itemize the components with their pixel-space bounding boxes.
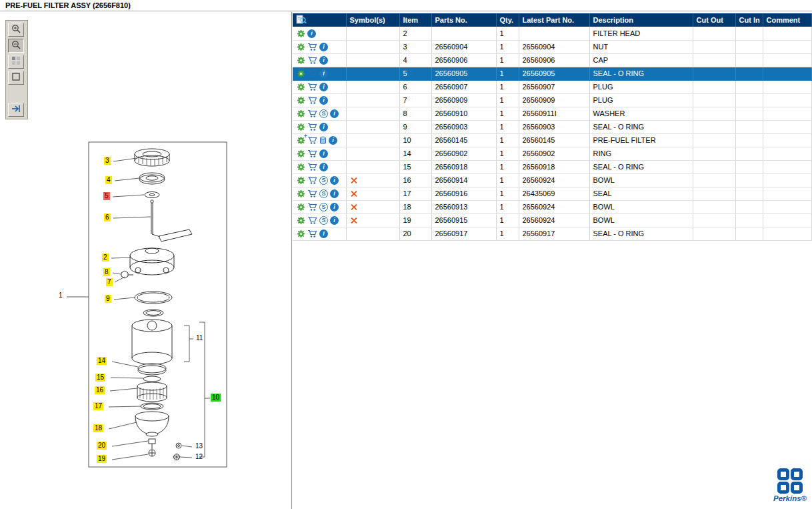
zoom-area-button[interactable] — [8, 55, 24, 69]
column-header-preview[interactable] — [293, 13, 346, 27]
part-row-item-5[interactable]: i526560905126560905SEAL - O RING — [293, 67, 811, 80]
info-icon[interactable]: i — [319, 123, 328, 131]
diagram-callout-15[interactable]: 15 — [95, 374, 105, 382]
info-icon[interactable]: i — [319, 96, 328, 105]
diagram-callout-6[interactable]: 6 — [104, 213, 111, 221]
column-header-item[interactable]: Item — [399, 13, 431, 27]
substitution-icon[interactable]: S — [319, 109, 328, 118]
diagram-callout-3[interactable]: 3 — [104, 157, 111, 165]
substitution-icon[interactable]: S — [319, 216, 328, 225]
cart-icon[interactable] — [307, 96, 317, 105]
diagram-callout-13[interactable]: 13 — [194, 442, 204, 450]
cart-icon[interactable] — [307, 163, 317, 171]
column-header-comment[interactable]: Comment — [763, 13, 811, 27]
cart-icon[interactable] — [307, 69, 317, 78]
cart-icon[interactable] — [307, 56, 317, 65]
diagram-callout-7[interactable]: 7 — [106, 278, 113, 286]
cart-icon[interactable] — [307, 43, 317, 51]
substitution-icon[interactable]: S — [319, 176, 328, 185]
info-icon[interactable]: i — [319, 149, 328, 158]
cart-icon[interactable] — [307, 176, 317, 185]
diagram-callout-16[interactable]: 16 — [95, 386, 105, 394]
column-header-parts-no[interactable]: Parts No. — [431, 13, 496, 27]
substitution-icon[interactable]: S — [319, 203, 328, 211]
part-row-item-14[interactable]: i1426560902126560902RING — [293, 147, 811, 160]
info-icon[interactable]: i — [330, 203, 339, 211]
diagram-callout-8[interactable]: 8 — [103, 268, 110, 276]
diagram-callout-9[interactable]: 9 — [105, 295, 111, 303]
column-header-description[interactable]: Description — [589, 13, 693, 27]
cart-icon[interactable] — [307, 189, 317, 198]
info-icon[interactable]: i — [330, 109, 339, 118]
part-row-item-3[interactable]: i326560904126560904NUT — [293, 40, 811, 53]
info-icon[interactable]: i — [330, 189, 339, 198]
gear-icon[interactable] — [297, 176, 305, 185]
gear-icon[interactable] — [297, 69, 305, 78]
cart-icon[interactable] — [307, 123, 317, 131]
part-row-item-7[interactable]: i726560909126560909PLUG — [293, 93, 811, 107]
column-header-qty[interactable]: Qty. — [496, 13, 519, 27]
cart-icon[interactable] — [307, 109, 317, 118]
part-row-item-4[interactable]: i426560906126560906CAP — [293, 53, 811, 67]
cart-icon[interactable] — [307, 203, 317, 211]
part-row-item-15[interactable]: i1526560918126560918SEAL - O RING — [293, 160, 811, 173]
gear-icon[interactable] — [297, 203, 305, 211]
gear-icon[interactable] — [297, 216, 305, 225]
part-row-item-6[interactable]: i626560907126560907PLUG — [293, 80, 811, 93]
info-icon[interactable]: i — [329, 136, 337, 145]
part-row-item-19[interactable]: Si1926560915126560924BOWL — [293, 213, 811, 227]
gear-icon[interactable] — [297, 96, 305, 105]
column-header-symbol-s[interactable]: Symbol(s) — [346, 13, 399, 27]
gear-icon[interactable] — [297, 56, 305, 65]
diagram-callout-2[interactable]: 2 — [102, 253, 109, 262]
diagram-callout-12[interactable]: 12 — [194, 453, 204, 461]
column-header-cut-out[interactable]: Cut Out — [693, 13, 735, 27]
diagram-callout-19[interactable]: 19 — [97, 455, 107, 463]
info-icon[interactable]: i — [319, 163, 328, 171]
diagram-callout-14[interactable]: 14 — [97, 357, 107, 365]
cart-icon[interactable] — [307, 83, 317, 91]
diagram-callout-1[interactable]: 1 — [57, 292, 64, 300]
part-row-item-18[interactable]: Si1826560913126560924BOWL — [293, 200, 811, 213]
gear-icon[interactable] — [297, 149, 305, 158]
part-row-item-9[interactable]: i926560903126560903SEAL - O RING — [293, 120, 811, 133]
diagram-callout-20[interactable]: 20 — [97, 442, 107, 450]
substitution-icon[interactable]: S — [319, 189, 328, 198]
part-row-item-10[interactable]: +i1026560145126560145PRE-FUEL FILTER — [293, 133, 811, 147]
gear-icon[interactable] — [297, 189, 305, 198]
part-row-item-17[interactable]: Si1726560916126435069SEAL — [293, 187, 811, 200]
diagram-callout-17[interactable]: 17 — [93, 402, 103, 410]
part-row-item-8[interactable]: Si826560910126560911IWASHER — [293, 107, 811, 120]
cart-icon[interactable] — [307, 229, 317, 238]
info-icon[interactable]: i — [330, 216, 339, 225]
gear-icon[interactable] — [297, 229, 305, 238]
info-icon[interactable]: i — [319, 43, 328, 51]
kit-icon[interactable] — [319, 136, 327, 145]
gear-icon[interactable] — [297, 109, 305, 118]
info-icon[interactable]: i — [307, 29, 316, 38]
gear-icon[interactable] — [297, 123, 305, 131]
cart-icon[interactable] — [307, 149, 317, 158]
cart-icon[interactable] — [307, 136, 317, 145]
gear-icon[interactable] — [297, 163, 305, 171]
diagram-callout-10[interactable]: 10 — [211, 394, 221, 402]
gear-icon[interactable] — [297, 43, 305, 51]
column-header-cut-in[interactable]: Cut In — [735, 13, 763, 27]
info-icon[interactable]: i — [319, 229, 328, 238]
info-icon[interactable]: i — [319, 56, 328, 65]
zoom-in-button[interactable] — [8, 23, 24, 37]
fit-view-button[interactable] — [8, 71, 24, 85]
diagram-callout-11[interactable]: 11 — [195, 334, 204, 342]
diagram-callout-5[interactable]: 5 — [103, 192, 110, 200]
info-icon[interactable]: i — [319, 69, 328, 78]
part-row-item-2[interactable]: i21FILTER HEAD — [293, 27, 811, 40]
info-icon[interactable]: i — [319, 83, 328, 91]
diagram-callout-18[interactable]: 18 — [93, 424, 103, 432]
gear-icon[interactable] — [297, 83, 305, 91]
info-icon[interactable]: i — [330, 176, 339, 185]
cart-icon[interactable] — [307, 216, 317, 225]
gear-icon[interactable] — [297, 29, 305, 38]
diagram-callout-4[interactable]: 4 — [105, 176, 112, 184]
part-row-item-20[interactable]: i2026560917126560917SEAL - O RING — [293, 227, 811, 240]
export-button[interactable] — [8, 103, 24, 117]
